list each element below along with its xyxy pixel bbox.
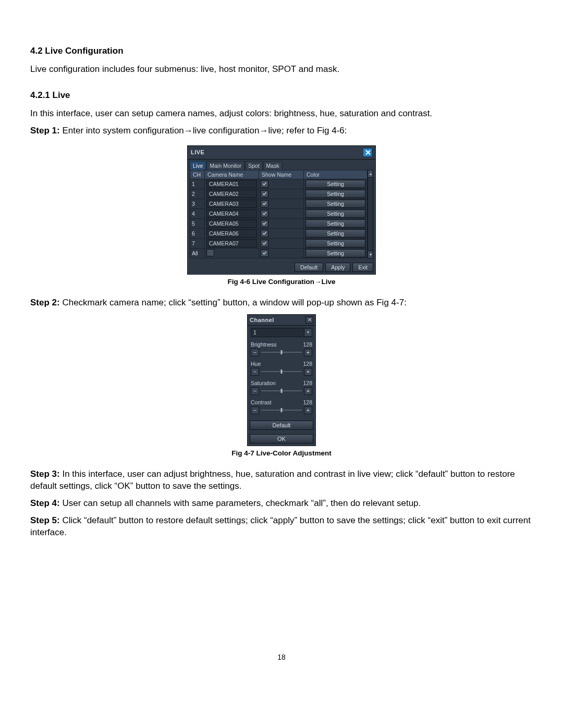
scroll-up-icon[interactable]: ▴	[368, 170, 373, 178]
default-button[interactable]: Default	[295, 263, 323, 272]
step-2: Step 2: Checkmark camera name; click “se…	[30, 297, 533, 309]
step-text: Enter into system configuration→live con…	[60, 126, 347, 135]
ch-cell: 1	[190, 179, 205, 189]
step-3: Step 3: In this interface, user can adju…	[30, 468, 533, 492]
param-slider: −+	[251, 406, 312, 414]
scroll-down-icon[interactable]: ▾	[368, 251, 373, 258]
slider-track[interactable]	[261, 390, 302, 391]
setting-button[interactable]: Setting	[305, 239, 365, 248]
slider-thumb[interactable]	[281, 408, 283, 412]
slider-thumb[interactable]	[281, 369, 283, 374]
param-value: 128	[303, 399, 312, 405]
setting-button[interactable]: Setting	[305, 180, 365, 188]
checkbox-show-name[interactable]	[261, 230, 268, 237]
step-text: Click “default” button to restore defaul…	[30, 515, 531, 537]
slider-thumb[interactable]	[281, 389, 283, 393]
heading-4-2-1: 4.2.1 Live	[30, 90, 533, 101]
ok-button[interactable]: OK	[250, 434, 313, 443]
col-ch: CH	[190, 170, 205, 179]
setting-button[interactable]: Setting	[305, 200, 365, 208]
table-row-all: All Setting	[190, 248, 368, 258]
camera-name-input[interactable]: CAMERA04	[206, 209, 257, 218]
table-row: 4CAMERA04Setting	[190, 208, 368, 218]
default-button[interactable]: Default	[250, 421, 313, 430]
close-icon[interactable]	[363, 148, 372, 157]
title-bar: LIVE	[188, 146, 375, 159]
table-header-row: CH Camera Name Show Name Color	[190, 170, 368, 179]
heading-4-2: 4.2 Live Configuration	[30, 46, 533, 56]
tab-mask[interactable]: Mask	[263, 161, 283, 170]
plus-button[interactable]: +	[304, 406, 312, 414]
scroll-track[interactable]	[368, 178, 373, 251]
step-label: Step 1:	[30, 126, 60, 135]
window-title: LIVE	[191, 149, 204, 155]
setting-button[interactable]: Setting	[305, 190, 365, 198]
setting-button[interactable]: Setting	[305, 209, 365, 218]
checkbox-show-name[interactable]	[261, 210, 268, 217]
camera-name-input[interactable]: CAMERA01	[206, 180, 257, 188]
table-row: 3CAMERA03Setting	[190, 199, 368, 208]
checkbox-show-name[interactable]	[261, 220, 268, 227]
minus-button[interactable]: −	[251, 406, 259, 414]
figure-caption-4-7: Fig 4-7 Live-Color Adjustment	[30, 449, 533, 457]
slider-track[interactable]	[261, 410, 302, 411]
ch-cell: 4	[190, 208, 205, 218]
param-label: Hue	[251, 361, 261, 367]
param-slider: −+	[251, 349, 312, 356]
channel-value: 1	[251, 329, 304, 336]
scrollbar[interactable]: ▴ ▾	[368, 170, 373, 258]
table-row: 1CAMERA01Setting	[190, 179, 368, 189]
paragraph: In this interface, user can setup camera…	[30, 108, 533, 120]
ch-cell: 2	[190, 189, 205, 199]
slider-thumb[interactable]	[281, 350, 283, 354]
col-show-name: Show Name	[259, 170, 304, 179]
step-text: In this interface, user can adjust brigh…	[30, 469, 515, 491]
slider-track[interactable]	[261, 371, 302, 372]
close-icon[interactable]: ✕	[305, 316, 313, 324]
checkbox-all-show[interactable]	[261, 250, 268, 257]
checkbox-show-name[interactable]	[261, 240, 268, 247]
camera-name-input[interactable]: CAMERA02	[206, 190, 257, 198]
param-value: 128	[303, 361, 312, 367]
param-slider: −+	[251, 387, 312, 395]
chevron-down-icon[interactable]: ▾	[304, 329, 312, 336]
step-5: Step 5: Click “default” button to restor…	[30, 515, 533, 539]
setting-button-all[interactable]: Setting	[305, 249, 365, 257]
slider-track[interactable]	[261, 352, 302, 353]
plus-button[interactable]: +	[304, 349, 312, 356]
exit-button[interactable]: Exit	[352, 263, 373, 272]
apply-button[interactable]: Apply	[325, 263, 350, 272]
tab-main-monitor[interactable]: Main Monitor	[206, 161, 244, 170]
channel-select[interactable]: 1 ▾	[251, 328, 312, 337]
table-row: 2CAMERA02Setting	[190, 189, 368, 199]
camera-name-input[interactable]: CAMERA03	[206, 200, 257, 208]
col-color: Color	[304, 170, 368, 179]
setting-button[interactable]: Setting	[305, 219, 365, 228]
plus-button[interactable]: +	[304, 368, 312, 376]
minus-button[interactable]: −	[251, 349, 259, 356]
tab-live[interactable]: Live	[190, 161, 206, 170]
checkbox-show-name[interactable]	[261, 180, 268, 188]
minus-button[interactable]: −	[251, 368, 259, 376]
table-row: 7CAMERA07Setting	[190, 238, 368, 248]
param-label-row: Saturation128	[251, 380, 312, 386]
param-label: Contrast	[251, 399, 272, 405]
step-label: Step 2:	[30, 298, 60, 307]
minus-button[interactable]: −	[251, 387, 259, 395]
ch-cell: 3	[190, 199, 205, 208]
plus-button[interactable]: +	[304, 387, 312, 395]
step-label: Step 3:	[30, 469, 60, 479]
checkbox-show-name[interactable]	[261, 190, 268, 198]
checkbox-show-name[interactable]	[261, 200, 268, 207]
camera-name-input[interactable]: CAMERA06	[206, 229, 257, 238]
camera-name-input[interactable]: CAMERA07	[206, 239, 257, 248]
checkbox-all[interactable]	[206, 249, 214, 256]
param-label: Brightness	[251, 341, 277, 348]
step-text: Checkmark camera name; click “setting” b…	[60, 298, 407, 307]
live-config-window: LIVE Live Main Monitor Spot Mask CH Came…	[187, 145, 376, 275]
camera-name-input[interactable]: CAMERA05	[206, 219, 257, 228]
param-label: Saturation	[251, 380, 276, 386]
tab-spot[interactable]: Spot	[245, 161, 263, 170]
setting-button[interactable]: Setting	[305, 229, 365, 238]
ch-cell: 6	[190, 228, 205, 238]
